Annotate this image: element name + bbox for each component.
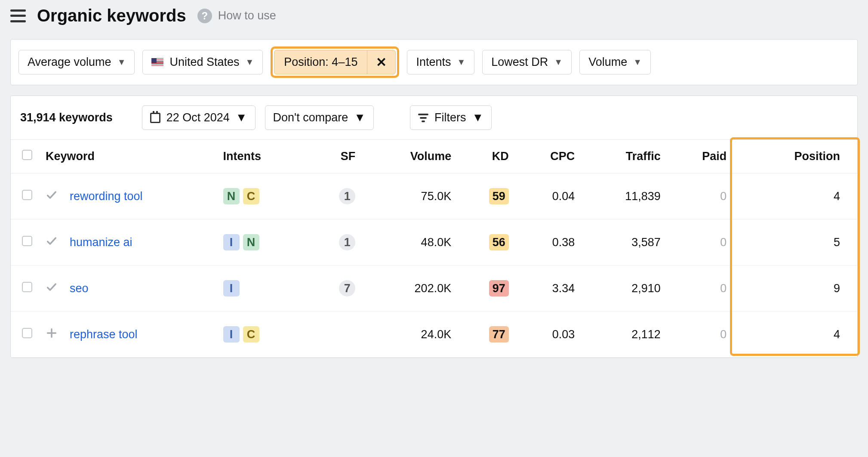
filter-intents-label: Intents — [416, 56, 451, 69]
cpc-cell: 0.38 — [515, 219, 581, 266]
volume-cell: 48.0K — [361, 219, 457, 266]
intent-badge: N — [223, 188, 240, 204]
results-toolbar: 31,914 keywords 22 Oct 2024 ▼ Don't comp… — [11, 96, 857, 139]
plus-icon[interactable] — [40, 312, 64, 358]
filter-country[interactable]: United States ▼ — [142, 50, 263, 74]
position-cell: 4 — [733, 312, 857, 358]
kd-cell: 56 — [457, 219, 515, 266]
how-to-use-label: How to use — [218, 9, 276, 22]
intents-cell: NC — [217, 173, 311, 219]
how-to-use[interactable]: ? How to use — [197, 9, 276, 23]
table-row: humanize aiIN148.0K560.383,58705 — [11, 219, 857, 266]
compare-select[interactable]: Don't compare ▼ — [265, 105, 374, 130]
filters-button[interactable]: Filters ▼ — [410, 105, 492, 130]
checkmark-icon[interactable] — [40, 266, 64, 312]
help-icon: ? — [197, 9, 212, 23]
row-checkbox[interactable] — [22, 328, 32, 338]
paid-cell: 0 — [667, 266, 733, 312]
chevron-down-icon: ▼ — [236, 111, 247, 124]
filter-volume-label: Volume — [588, 56, 627, 69]
filter-country-label: United States — [169, 56, 239, 69]
intents-cell: I — [217, 266, 311, 312]
col-kd[interactable]: KD — [457, 140, 515, 173]
intent-badge: C — [243, 188, 259, 204]
col-keyword[interactable]: Keyword — [40, 140, 217, 173]
filter-position[interactable]: Position: 4–15 ✕ — [274, 50, 396, 74]
sf-pill: 1 — [339, 188, 355, 204]
table-row: rephrase toolIC24.0K770.032,11204 — [11, 312, 857, 358]
sf-cell: 1 — [310, 173, 361, 219]
chevron-down-icon: ▼ — [633, 57, 642, 67]
filters-label: Filters — [434, 111, 466, 124]
table-wrap: Keyword Intents SF Volume KD CPC Traffic… — [11, 139, 857, 358]
col-paid[interactable]: Paid — [667, 140, 733, 173]
page-title: Organic keywords — [37, 6, 186, 25]
col-sf[interactable]: SF — [310, 140, 361, 173]
filter-lowest-dr[interactable]: Lowest DR ▼ — [482, 50, 572, 74]
keyword-link[interactable]: rephrase tool — [70, 328, 138, 341]
checkmark-icon[interactable] — [40, 219, 64, 266]
filter-avg-volume[interactable]: Average volume ▼ — [18, 50, 135, 74]
close-icon[interactable]: ✕ — [367, 50, 395, 74]
cpc-cell: 0.04 — [515, 173, 581, 219]
kd-cell: 97 — [457, 266, 515, 312]
keyword-link[interactable]: rewording tool — [70, 190, 143, 203]
traffic-cell: 3,587 — [581, 219, 667, 266]
intents-cell: IC — [217, 312, 311, 358]
date-label: 22 Oct 2024 — [166, 111, 230, 124]
filter-avg-volume-label: Average volume — [28, 56, 111, 69]
paid-cell: 0 — [667, 219, 733, 266]
results-card: 31,914 keywords 22 Oct 2024 ▼ Don't comp… — [10, 96, 858, 358]
compare-label: Don't compare — [273, 111, 348, 124]
keyword-count: 31,914 keywords — [20, 111, 113, 124]
position-cell: 5 — [733, 219, 857, 266]
us-flag-icon — [151, 58, 163, 67]
volume-cell: 24.0K — [361, 312, 457, 358]
keyword-link[interactable]: seo — [70, 282, 89, 295]
select-all-checkbox[interactable] — [22, 150, 32, 160]
col-position[interactable]: Position — [733, 140, 857, 173]
kd-pill: 97 — [489, 280, 509, 296]
intent-badge: I — [223, 280, 240, 296]
traffic-cell: 2,112 — [581, 312, 667, 358]
chevron-down-icon: ▼ — [246, 57, 254, 67]
table-row: seoI7202.0K973.342,91009 — [11, 266, 857, 312]
chevron-down-icon: ▼ — [117, 57, 126, 67]
col-cpc[interactable]: CPC — [515, 140, 581, 173]
menu-icon[interactable] — [10, 9, 26, 22]
intent-badge: N — [243, 234, 259, 250]
row-checkbox[interactable] — [22, 236, 32, 246]
date-picker[interactable]: 22 Oct 2024 ▼ — [142, 105, 255, 130]
kd-pill: 77 — [489, 326, 509, 343]
cpc-cell: 3.34 — [515, 266, 581, 312]
chevron-down-icon: ▼ — [554, 57, 563, 67]
row-checkbox[interactable] — [22, 190, 32, 200]
col-volume[interactable]: Volume — [361, 140, 457, 173]
intent-badge: I — [223, 326, 240, 343]
checkmark-icon[interactable] — [40, 173, 64, 219]
calendar-icon — [150, 113, 160, 123]
kd-pill: 59 — [489, 188, 509, 204]
filter-lowest-dr-label: Lowest DR — [491, 56, 548, 69]
filter-volume[interactable]: Volume ▼ — [579, 50, 651, 74]
row-checkbox[interactable] — [22, 282, 32, 292]
filter-intents[interactable]: Intents ▼ — [407, 50, 474, 74]
sf-pill: 7 — [339, 280, 355, 296]
col-traffic[interactable]: Traffic — [581, 140, 667, 173]
filter-position-label: Position: 4–15 — [274, 50, 367, 74]
keyword-link[interactable]: humanize ai — [70, 236, 132, 249]
chevron-down-icon: ▼ — [354, 111, 366, 124]
kd-cell: 77 — [457, 312, 515, 358]
traffic-cell: 2,910 — [581, 266, 667, 312]
position-cell: 4 — [733, 173, 857, 219]
intent-badge: I — [223, 234, 240, 250]
chevron-down-icon: ▼ — [457, 57, 466, 67]
volume-cell: 75.0K — [361, 173, 457, 219]
sf-cell — [310, 312, 361, 358]
sf-cell: 7 — [310, 266, 361, 312]
paid-cell: 0 — [667, 173, 733, 219]
page-header: Organic keywords ? How to use — [0, 0, 868, 39]
filter-position-highlight: Position: 4–15 ✕ — [271, 46, 399, 78]
keywords-table: Keyword Intents SF Volume KD CPC Traffic… — [11, 139, 857, 358]
col-intents[interactable]: Intents — [217, 140, 311, 173]
